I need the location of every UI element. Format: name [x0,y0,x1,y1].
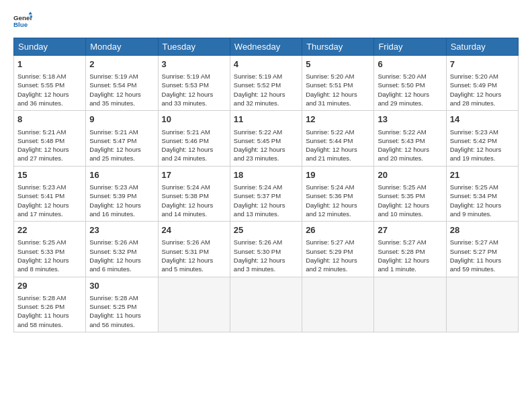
day-number: 26 [306,224,370,236]
calendar-cell: 20Sunrise: 5:25 AM Sunset: 5:35 PM Dayli… [374,166,446,221]
day-number: 22 [17,224,82,236]
weekday-header-wednesday: Wednesday [230,38,302,56]
day-number: 24 [162,224,226,236]
weekday-header-sunday: Sunday [14,38,86,56]
day-info: Sunrise: 5:27 AM Sunset: 5:28 PM Dayligh… [378,238,442,273]
day-info: Sunrise: 5:24 AM Sunset: 5:37 PM Dayligh… [234,183,298,218]
calendar-cell [374,277,446,332]
day-info: Sunrise: 5:19 AM Sunset: 5:52 PM Dayligh… [234,72,298,107]
day-number: 27 [378,224,442,236]
day-info: Sunrise: 5:26 AM Sunset: 5:32 PM Dayligh… [89,238,154,273]
day-number: 16 [89,169,154,181]
calendar-cell: 13Sunrise: 5:22 AM Sunset: 5:43 PM Dayli… [374,111,446,166]
day-info: Sunrise: 5:24 AM Sunset: 5:36 PM Dayligh… [306,183,370,218]
day-number: 30 [89,280,154,292]
day-info: Sunrise: 5:28 AM Sunset: 5:26 PM Dayligh… [17,293,82,329]
calendar-cell: 10Sunrise: 5:21 AM Sunset: 5:46 PM Dayli… [158,111,230,166]
main-container: General Blue SundayMondayTuesdayWednesda… [0,0,532,339]
calendar-cell: 28Sunrise: 5:27 AM Sunset: 5:27 PM Dayli… [446,222,518,277]
day-info: Sunrise: 5:28 AM Sunset: 5:25 PM Dayligh… [89,293,154,329]
header-area: General Blue [13,11,519,30]
weekday-header-friday: Friday [374,38,446,56]
calendar-cell: 22Sunrise: 5:25 AM Sunset: 5:33 PM Dayli… [14,222,86,277]
day-number: 14 [450,113,515,126]
calendar-cell: 21Sunrise: 5:25 AM Sunset: 5:34 PM Dayli… [446,166,518,221]
day-number: 7 [450,58,515,71]
calendar-cell: 7Sunrise: 5:20 AM Sunset: 5:49 PM Daylig… [446,56,518,111]
weekday-header-tuesday: Tuesday [158,38,230,56]
calendar-cell [302,277,374,332]
day-info: Sunrise: 5:25 AM Sunset: 5:33 PM Dayligh… [17,238,82,273]
day-info: Sunrise: 5:22 AM Sunset: 5:44 PM Dayligh… [306,128,370,163]
day-info: Sunrise: 5:22 AM Sunset: 5:45 PM Dayligh… [234,128,298,163]
day-info: Sunrise: 5:20 AM Sunset: 5:49 PM Dayligh… [450,72,515,107]
calendar-cell [446,277,518,332]
svg-marker-2 [28,11,32,14]
day-number: 17 [162,169,226,181]
weekday-header-thursday: Thursday [302,38,374,56]
day-info: Sunrise: 5:27 AM Sunset: 5:27 PM Dayligh… [450,238,515,273]
calendar-cell: 27Sunrise: 5:27 AM Sunset: 5:28 PM Dayli… [374,222,446,277]
calendar-cell: 25Sunrise: 5:26 AM Sunset: 5:30 PM Dayli… [230,222,302,277]
day-number: 23 [89,224,154,236]
day-number: 1 [17,58,82,71]
calendar-cell: 12Sunrise: 5:22 AM Sunset: 5:44 PM Dayli… [302,111,374,166]
day-number: 11 [234,113,298,126]
calendar-cell: 26Sunrise: 5:27 AM Sunset: 5:29 PM Dayli… [302,222,374,277]
day-number: 3 [162,58,226,71]
calendar-cell [158,277,230,332]
calendar-cell: 23Sunrise: 5:26 AM Sunset: 5:32 PM Dayli… [86,222,158,277]
calendar-cell: 29Sunrise: 5:28 AM Sunset: 5:26 PM Dayli… [14,277,86,332]
day-info: Sunrise: 5:20 AM Sunset: 5:50 PM Dayligh… [378,72,442,107]
day-number: 28 [450,224,515,236]
day-info: Sunrise: 5:20 AM Sunset: 5:51 PM Dayligh… [306,72,370,107]
calendar-cell: 5Sunrise: 5:20 AM Sunset: 5:51 PM Daylig… [302,56,374,111]
calendar-cell: 16Sunrise: 5:23 AM Sunset: 5:39 PM Dayli… [86,166,158,221]
day-number: 19 [306,169,370,181]
calendar-week-2: 8Sunrise: 5:21 AM Sunset: 5:48 PM Daylig… [14,111,519,166]
day-info: Sunrise: 5:21 AM Sunset: 5:46 PM Dayligh… [162,128,226,163]
day-info: Sunrise: 5:24 AM Sunset: 5:38 PM Dayligh… [162,183,226,218]
calendar-cell: 24Sunrise: 5:26 AM Sunset: 5:31 PM Dayli… [158,222,230,277]
day-number: 10 [162,113,226,126]
day-number: 25 [234,224,298,236]
calendar-cell: 11Sunrise: 5:22 AM Sunset: 5:45 PM Dayli… [230,111,302,166]
calendar-table: SundayMondayTuesdayWednesdayThursdayFrid… [13,38,519,332]
calendar-week-3: 15Sunrise: 5:23 AM Sunset: 5:41 PM Dayli… [14,166,519,221]
day-info: Sunrise: 5:22 AM Sunset: 5:43 PM Dayligh… [378,128,442,163]
calendar-cell: 2Sunrise: 5:19 AM Sunset: 5:54 PM Daylig… [86,56,158,111]
day-info: Sunrise: 5:19 AM Sunset: 5:54 PM Dayligh… [89,72,154,107]
calendar-cell [230,277,302,332]
calendar-cell: 18Sunrise: 5:24 AM Sunset: 5:37 PM Dayli… [230,166,302,221]
calendar-cell: 19Sunrise: 5:24 AM Sunset: 5:36 PM Dayli… [302,166,374,221]
calendar-cell: 1Sunrise: 5:18 AM Sunset: 5:55 PM Daylig… [14,56,86,111]
day-info: Sunrise: 5:23 AM Sunset: 5:42 PM Dayligh… [450,128,515,163]
calendar-week-5: 29Sunrise: 5:28 AM Sunset: 5:26 PM Dayli… [14,277,519,332]
day-number: 8 [17,113,82,126]
day-info: Sunrise: 5:19 AM Sunset: 5:53 PM Dayligh… [162,72,226,107]
calendar-cell: 9Sunrise: 5:21 AM Sunset: 5:47 PM Daylig… [86,111,158,166]
calendar-cell: 6Sunrise: 5:20 AM Sunset: 5:50 PM Daylig… [374,56,446,111]
calendar-cell: 8Sunrise: 5:21 AM Sunset: 5:48 PM Daylig… [14,111,86,166]
day-info: Sunrise: 5:21 AM Sunset: 5:47 PM Dayligh… [89,128,154,163]
day-number: 15 [17,169,82,181]
calendar-cell: 15Sunrise: 5:23 AM Sunset: 5:41 PM Dayli… [14,166,86,221]
logo: General Blue [13,11,36,30]
day-number: 20 [378,169,442,181]
day-info: Sunrise: 5:25 AM Sunset: 5:34 PM Dayligh… [450,183,515,218]
calendar-week-4: 22Sunrise: 5:25 AM Sunset: 5:33 PM Dayli… [14,222,519,277]
calendar-cell: 17Sunrise: 5:24 AM Sunset: 5:38 PM Dayli… [158,166,230,221]
day-info: Sunrise: 5:23 AM Sunset: 5:41 PM Dayligh… [17,183,82,218]
day-info: Sunrise: 5:23 AM Sunset: 5:39 PM Dayligh… [89,183,154,218]
calendar-cell: 14Sunrise: 5:23 AM Sunset: 5:42 PM Dayli… [446,111,518,166]
weekday-header-saturday: Saturday [446,38,518,56]
day-number: 29 [17,280,82,292]
day-number: 21 [450,169,515,181]
day-number: 18 [234,169,298,181]
calendar-cell: 4Sunrise: 5:19 AM Sunset: 5:52 PM Daylig… [230,56,302,111]
day-number: 2 [89,58,154,71]
svg-text:Blue: Blue [13,21,28,28]
calendar-cell: 30Sunrise: 5:28 AM Sunset: 5:25 PM Dayli… [86,277,158,332]
day-info: Sunrise: 5:26 AM Sunset: 5:31 PM Dayligh… [162,238,226,273]
day-number: 5 [306,58,370,71]
